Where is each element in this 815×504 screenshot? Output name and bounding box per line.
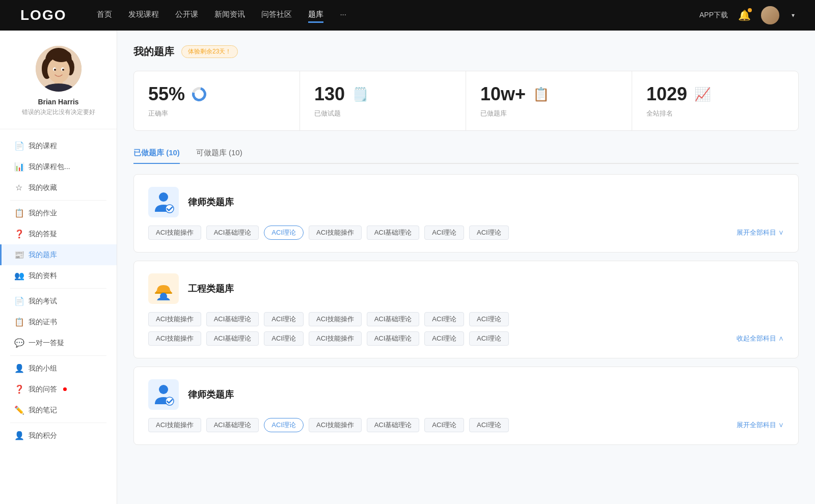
exam-icon: 📄	[14, 296, 23, 306]
bank-name-lawyer-2: 律师类题库	[188, 388, 234, 401]
bank-card-engineer: 工程类题库 ACI技能操作 ACI基础理论 ACI理论 ACI技能操作 ACI基…	[133, 261, 799, 358]
user-menu-chevron[interactable]: ▾	[792, 12, 795, 19]
tag-item[interactable]: ACI基础理论	[367, 226, 420, 240]
tag-item[interactable]: ACI理论	[264, 331, 304, 346]
stat-top-banks: 10w+ 📋	[480, 83, 617, 105]
lawyer-bank-icon-2	[148, 379, 179, 410]
nav-discover[interactable]: 发现课程	[128, 8, 159, 23]
tag-item[interactable]: ACI基础理论	[206, 312, 259, 326]
sidebar-item-certificate[interactable]: 📋 我的证书	[0, 312, 117, 332]
course-icon: 📄	[14, 141, 23, 151]
expand-lawyer-1[interactable]: 展开全部科目 ∨	[737, 228, 784, 237]
app-download-button[interactable]: APP下载	[699, 11, 728, 20]
banks-icon: 📋	[533, 87, 549, 102]
bank-card-lawyer-1: 律师类题库 ACI技能操作 ACI基础理论 ACI理论 ACI技能操作 ACI基…	[133, 174, 799, 253]
nav-news[interactable]: 新闻资讯	[214, 8, 245, 23]
bank-card-lawyer-2-header: 律师类题库	[148, 379, 784, 410]
star-icon: ☆	[14, 183, 23, 192]
tag-item[interactable]: ACI理论	[424, 331, 464, 346]
nav-open-course[interactable]: 公开课	[175, 8, 198, 23]
bank-engineer-tags-1: ACI技能操作 ACI基础理论 ACI理论 ACI技能操作 ACI基础理论 AC…	[148, 312, 784, 326]
navbar-right: APP下载 🔔 ▾	[699, 6, 795, 24]
accuracy-label: 正确率	[148, 109, 285, 118]
tag-item[interactable]: ACI理论	[424, 226, 464, 240]
tag-item[interactable]: ACI基础理论	[367, 331, 420, 346]
sidebar-item-group[interactable]: 👤 我的小组	[0, 358, 117, 379]
sidebar-item-question-bank[interactable]: 📰 我的题库	[0, 244, 117, 265]
tag-item[interactable]: ACI理论	[469, 331, 509, 346]
tab-available[interactable]: 可做题库 (10)	[196, 143, 242, 163]
sidebar-item-points[interactable]: 👤 我的积分	[0, 425, 117, 446]
navbar: LOGO 首页 发现课程 公开课 新闻资讯 问答社区 题库 ··· APP下载 …	[0, 0, 815, 31]
group-icon: 👤	[14, 363, 23, 373]
points-icon: 👤	[14, 431, 23, 440]
tag-item[interactable]: ACI技能操作	[309, 331, 362, 346]
tag-item-active[interactable]: ACI理论	[264, 226, 304, 240]
stat-banks-done: 10w+ 📋 已做题库	[466, 71, 632, 130]
tag-item[interactable]: ACI理论	[469, 418, 509, 432]
bank-name-lawyer-1: 律师类题库	[188, 196, 234, 208]
user-avatar[interactable]	[761, 6, 779, 24]
tag-item[interactable]: ACI基础理论	[206, 331, 259, 346]
sidebar-item-exam[interactable]: 📄 我的考试	[0, 291, 117, 312]
sidebar-item-favorites[interactable]: ☆ 我的收藏	[0, 177, 117, 198]
questions-value: 130	[314, 83, 345, 105]
stat-accuracy: 55% 正确率	[134, 71, 300, 130]
sidebar-item-notes[interactable]: ✏️ 我的笔记	[0, 400, 117, 421]
tag-item[interactable]: ACI理论	[264, 312, 304, 326]
tag-item[interactable]: ACI基础理论	[367, 312, 420, 326]
stat-questions-done: 130 🗒️ 已做试题	[300, 71, 466, 130]
homework-icon: 📋	[14, 208, 23, 218]
sidebar-item-my-data[interactable]: 👥 我的资料	[0, 265, 117, 286]
nav-question-bank[interactable]: 题库	[308, 8, 323, 23]
tag-item[interactable]: ACI技能操作	[309, 418, 362, 432]
engineer-bank-icon	[148, 273, 179, 304]
course-package-icon: 📊	[14, 162, 23, 172]
banks-value: 10w+	[480, 83, 526, 105]
tag-item[interactable]: ACI技能操作	[309, 312, 362, 326]
my-qa-icon: ❓	[14, 384, 23, 394]
nav-qa[interactable]: 问答社区	[261, 8, 292, 23]
sidebar-item-qa[interactable]: ❓ 我的答疑	[0, 223, 117, 244]
stat-top-rank: 1029 📈	[646, 83, 784, 105]
tag-item-active[interactable]: ACI理论	[264, 418, 304, 432]
notification-bell[interactable]: 🔔	[738, 9, 751, 21]
sidebar-username: Brian Harris	[38, 98, 78, 106]
tag-item[interactable]: ACI技能操作	[148, 226, 201, 240]
svg-point-12	[159, 192, 168, 202]
accuracy-value: 55%	[148, 83, 185, 105]
sidebar: Brian Harris 错误的决定比没有决定要好 📄 我的课程 📊 我的课程包…	[0, 31, 117, 504]
tag-item[interactable]: ACI基础理论	[367, 418, 420, 432]
sidebar-item-my-qa[interactable]: ❓ 我的问答	[0, 379, 117, 400]
tag-item[interactable]: ACI技能操作	[309, 226, 362, 240]
tag-item[interactable]: ACI理论	[424, 418, 464, 432]
collapse-engineer[interactable]: 收起全部科目 ∧	[737, 334, 784, 343]
tag-item[interactable]: ACI技能操作	[148, 312, 201, 326]
questions-icon: 🗒️	[352, 87, 368, 102]
question-bank-icon: 📰	[14, 250, 23, 260]
bank-card-lawyer-2: 律师类题库 ACI技能操作 ACI基础理论 ACI理论 ACI技能操作 ACI基…	[133, 367, 799, 445]
sidebar-item-my-course[interactable]: 📄 我的课程	[0, 135, 117, 156]
sidebar-menu: 📄 我的课程 📊 我的课程包... ☆ 我的收藏 📋 我的作业 ❓ 我的答疑 �	[0, 129, 117, 452]
tab-done[interactable]: 已做题库 (10)	[133, 143, 180, 163]
tag-item[interactable]: ACI理论	[469, 312, 509, 326]
bank-engineer-tags-2: ACI技能操作 ACI基础理论 ACI理论 ACI技能操作 ACI基础理论 AC…	[148, 331, 784, 346]
stat-top-accuracy: 55%	[148, 83, 285, 105]
nav-menu: 首页 发现课程 公开课 新闻资讯 问答社区 题库 ···	[97, 8, 699, 23]
tag-item[interactable]: ACI技能操作	[148, 418, 201, 432]
tag-item[interactable]: ACI基础理论	[206, 226, 259, 240]
main-layout: Brian Harris 错误的决定比没有决定要好 📄 我的课程 📊 我的课程包…	[0, 31, 815, 504]
sidebar-item-homework[interactable]: 📋 我的作业	[0, 203, 117, 223]
nav-more[interactable]: ···	[340, 8, 346, 23]
tag-item[interactable]: ACI理论	[424, 312, 464, 326]
expand-lawyer-2[interactable]: 展开全部科目 ∨	[737, 421, 784, 430]
user-avatar-sidebar	[36, 46, 82, 92]
sidebar-item-course-package[interactable]: 📊 我的课程包...	[0, 156, 117, 177]
tag-item[interactable]: ACI技能操作	[148, 331, 201, 346]
nav-home[interactable]: 首页	[97, 8, 112, 23]
bank-card-lawyer-1-header: 律师类题库	[148, 187, 784, 217]
bank-card-engineer-header: 工程类题库	[148, 273, 784, 304]
tag-item[interactable]: ACI基础理论	[206, 418, 259, 432]
tag-item[interactable]: ACI理论	[469, 226, 509, 240]
sidebar-item-one-on-one[interactable]: 💬 一对一答疑	[0, 332, 117, 353]
